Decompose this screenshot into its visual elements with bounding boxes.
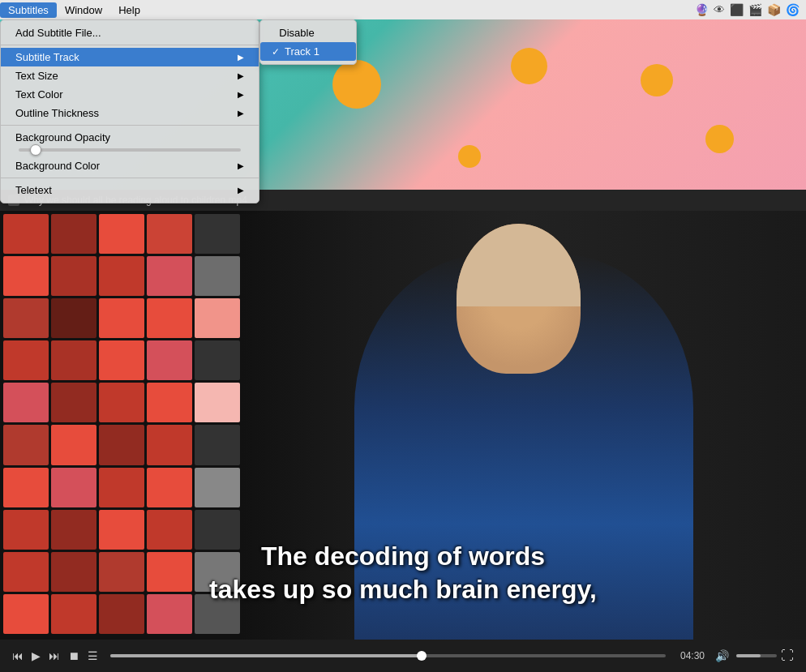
icon-3[interactable]: ⬛	[730, 3, 744, 16]
arrow-icon: ▶	[238, 53, 244, 62]
block	[99, 468, 144, 507]
block	[51, 425, 96, 464]
dot-5	[458, 145, 481, 168]
speaker-head	[457, 224, 581, 374]
dot-3	[641, 64, 673, 96]
opacity-slider[interactable]	[19, 148, 241, 152]
separator-3	[1, 178, 259, 178]
fullscreen-button[interactable]: ⛶	[777, 648, 798, 663]
block	[3, 383, 49, 422]
block	[51, 256, 96, 296]
menubar: Subtitles Window Help 🔮 👁 ⬛ 🎬 📦 🌀	[0, 0, 806, 19]
menu-background-color[interactable]: Background Color ▶	[1, 156, 259, 175]
opacity-thumb[interactable]	[30, 144, 41, 156]
progress-fill	[110, 654, 422, 657]
separator-1	[1, 45, 259, 45]
icon-2[interactable]: 👁	[714, 3, 725, 16]
toolbar-icons: 🔮 👁 ⬛ 🎬 📦 🌀	[695, 0, 806, 19]
subtitle-container: The decoding of words takes up so much b…	[0, 540, 806, 607]
arrow-icon: ▶	[238, 71, 244, 80]
block	[51, 340, 96, 380]
submenu-disable[interactable]: Disable	[260, 24, 356, 42]
arrow-icon: ▶	[238, 90, 244, 99]
menubar-window[interactable]: Window	[57, 2, 110, 18]
checkmark-track1: ✓	[272, 46, 280, 58]
block	[51, 298, 96, 338]
block	[195, 468, 240, 507]
block	[147, 468, 192, 507]
block	[147, 340, 192, 380]
dot-1	[332, 60, 381, 109]
block	[99, 298, 144, 338]
block	[51, 468, 96, 507]
block	[51, 214, 96, 254]
block	[147, 214, 192, 254]
background-opacity-slider-row	[1, 147, 259, 156]
menu-text-color[interactable]: Text Color ▶	[1, 85, 259, 104]
volume-container: 🔊	[711, 649, 777, 662]
menubar-help[interactable]: Help	[110, 2, 148, 18]
arrow-icon: ▶	[238, 186, 244, 195]
volume-fill	[736, 654, 761, 657]
menu-outline-thickness[interactable]: Outline Thickness ▶	[1, 104, 259, 122]
block	[147, 298, 192, 338]
progress-bar[interactable]	[110, 654, 666, 657]
submenu-track1[interactable]: ✓ Track 1	[260, 42, 356, 61]
block	[99, 383, 144, 422]
icon-6[interactable]: 🌀	[786, 3, 800, 16]
block	[3, 214, 49, 254]
icon-4[interactable]: 🎬	[748, 3, 762, 16]
block	[195, 298, 240, 338]
menu-text-size[interactable]: Text Size ▶	[1, 66, 259, 85]
block	[99, 256, 144, 296]
subtitle-track-submenu: Disable ✓ Track 1	[259, 19, 357, 65]
volume-icon[interactable]: 🔊	[711, 649, 733, 662]
block	[195, 214, 240, 254]
block	[3, 340, 49, 380]
speaker-hair	[457, 224, 581, 306]
block	[99, 340, 144, 380]
separator-2	[1, 125, 259, 126]
menu-background-opacity[interactable]: Background Opacity	[1, 128, 259, 147]
block	[147, 256, 192, 296]
stop-button[interactable]: ⏹	[64, 649, 84, 662]
menu-subtitle-track[interactable]: Subtitle Track ▶	[1, 48, 259, 66]
icon-1[interactable]: 🔮	[695, 3, 709, 16]
play-button[interactable]: ▶	[28, 649, 45, 662]
icon-5[interactable]: 📦	[767, 3, 781, 16]
block	[3, 256, 49, 296]
checkmark-disable	[272, 28, 274, 39]
block	[195, 383, 240, 422]
subtitles-menu: Add Subtitle File... Subtitle Track ▶ Te…	[0, 19, 259, 203]
playlist-button[interactable]: ☰	[84, 649, 102, 662]
block	[99, 214, 144, 254]
block	[147, 425, 192, 464]
block	[195, 256, 240, 296]
controls-bar: ⏮ ▶ ⏭ ⏹ ☰ 04:30 🔊 ⛶	[0, 640, 806, 672]
block	[3, 298, 49, 338]
rewind-button[interactable]: ⏮	[8, 649, 28, 662]
block	[51, 383, 96, 422]
arrow-icon: ▶	[238, 109, 244, 118]
block	[99, 425, 144, 464]
subtitle-line2: takes up so much brain energy,	[0, 573, 806, 607]
arrow-icon: ▶	[238, 161, 244, 170]
fast-forward-button[interactable]: ⏭	[45, 649, 64, 662]
menu-add-subtitle-file[interactable]: Add Subtitle File...	[1, 24, 259, 42]
time-display: 04:30	[680, 650, 705, 661]
block	[3, 468, 49, 507]
subtitle-line1: The decoding of words	[0, 540, 806, 574]
block	[147, 383, 192, 422]
menu-teletext[interactable]: Teletext ▶	[1, 181, 259, 199]
block	[3, 425, 49, 464]
block	[195, 425, 240, 464]
dot-4	[705, 125, 734, 153]
menubar-subtitles[interactable]: Subtitles	[0, 2, 57, 18]
block	[195, 340, 240, 380]
volume-bar[interactable]	[736, 654, 777, 657]
dot-2	[511, 48, 547, 84]
progress-thumb[interactable]	[417, 651, 427, 661]
